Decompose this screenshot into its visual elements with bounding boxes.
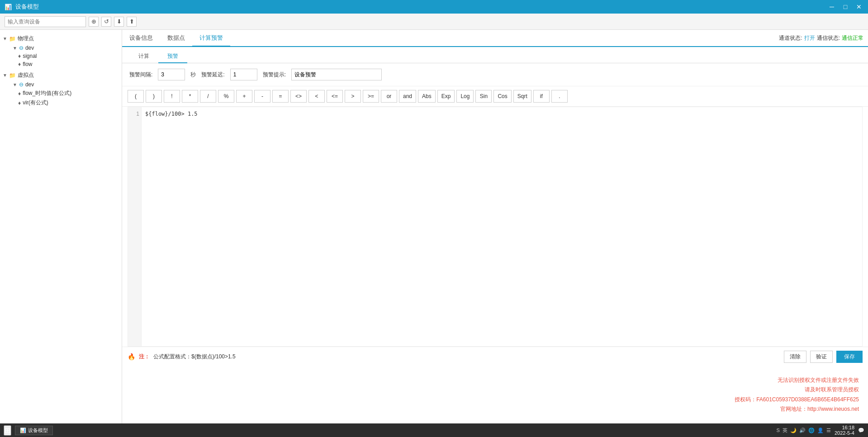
virtual-dev-item[interactable]: ▼ ⊖ dev (0, 80, 122, 89)
op-less[interactable]: < (308, 90, 325, 103)
license-line1: 无法识别授权文件或注册文件失效 (131, 376, 859, 385)
op-plus[interactable]: + (236, 90, 252, 103)
export-button[interactable]: ⬆ (127, 17, 137, 27)
vir-item[interactable]: ♦ vir(有公式) (0, 98, 122, 108)
tray-icon-3: 🌙 (790, 428, 797, 433)
physical-dev-collapse-icon: ▼ (13, 46, 17, 51)
vir-icon: ♦ (18, 100, 21, 106)
taskbar-left: ⊞ 📊 设备模型 (4, 425, 53, 436)
search-input[interactable] (5, 16, 86, 27)
signal-item[interactable]: ♦ signal (0, 52, 122, 60)
op-if[interactable]: if (533, 90, 550, 103)
sys-tray: S 英 🌙 🔊 🌐 👤 ☰ (777, 427, 831, 434)
op-exp[interactable]: Exp (437, 90, 455, 103)
taskbar-app-icon: 📊 (20, 428, 26, 433)
note-icon: 🔥 (128, 353, 135, 360)
editor-textarea[interactable]: ${flow}/100> 1.5 (142, 107, 862, 346)
interval-input[interactable] (158, 69, 185, 80)
op-not[interactable]: ! (164, 90, 180, 103)
taskbar-right: S 英 🌙 🔊 🌐 👤 ☰ 16:18 2022-5-4 💬 (777, 425, 864, 436)
tab-calc-alarm[interactable]: 计算预警 (192, 30, 230, 47)
import-button[interactable]: ⬇ (114, 17, 124, 27)
flow-avg-icon: ♦ (18, 90, 21, 97)
tray-icon-7: ☰ (826, 428, 831, 433)
minimize-button[interactable]: ─ (827, 2, 836, 11)
op-cos[interactable]: Cos (493, 90, 511, 103)
tray-icon-2: 英 (783, 427, 787, 434)
interval-unit: 秒 (190, 71, 196, 79)
add-button[interactable]: ⊕ (89, 17, 99, 27)
toolbar: ⊕ ↺ ⬇ ⬆ (0, 14, 868, 30)
note-label: 注： (139, 353, 150, 361)
op-abs[interactable]: Abs (418, 90, 436, 103)
physical-collapse-icon: ▼ (3, 36, 7, 41)
physical-label: 物理点 (18, 35, 34, 42)
date-text: 2022-5-4 (835, 430, 854, 436)
op-dot[interactable]: . (551, 90, 568, 103)
op-close-paren[interactable]: ) (146, 90, 162, 103)
refresh-button[interactable]: ↺ (101, 17, 111, 27)
maximize-button[interactable]: □ (841, 2, 850, 11)
op-log[interactable]: Log (456, 90, 474, 103)
sidebar: ▼ 📁 物理点 ▼ ⊖ dev ♦ signal ♦ flow ▼ 📁 虚拟点 … (0, 30, 122, 423)
channel-status: 通道状态: 打开 通信状态: 通信正常 (779, 34, 868, 42)
op-multiply[interactable]: * (182, 90, 198, 103)
physical-dev-label: dev (25, 45, 34, 51)
op-divide[interactable]: / (200, 90, 216, 103)
signal-point-icon: ♦ (18, 53, 21, 59)
notification-icon[interactable]: 💬 (858, 428, 864, 433)
virtual-dev-label: dev (25, 81, 34, 88)
op-greater-equal[interactable]: >= (363, 90, 379, 103)
sub-tab-alarm[interactable]: 预警 (158, 50, 187, 63)
channel-open-label: 打开 (804, 34, 815, 42)
flow-label: flow (23, 61, 32, 67)
tray-icon-4: 🔊 (799, 428, 806, 433)
time-display: 16:18 2022-5-4 (835, 425, 854, 436)
verify-button[interactable]: 验证 (810, 351, 833, 363)
tab-device-info[interactable]: 设备信息 (122, 30, 160, 47)
license-line4: 官网地址：http://www.ineuos.net (131, 404, 859, 414)
op-greater[interactable]: > (345, 90, 361, 103)
op-and[interactable]: and (399, 90, 416, 103)
taskbar-app-item[interactable]: 📊 设备模型 (15, 426, 53, 435)
main-layout: ▼ 📁 物理点 ▼ ⊖ dev ♦ signal ♦ flow ▼ 📁 虚拟点 … (0, 30, 868, 423)
op-less-equal[interactable]: <= (327, 90, 343, 103)
windows-taskbar: ⊞ 📊 设备模型 S 英 🌙 🔊 🌐 👤 ☰ 16:18 2022-5-4 💬 (0, 423, 868, 437)
op-sqrt[interactable]: Sqrt (513, 90, 531, 103)
virtual-dev-collapse-icon: ▼ (13, 82, 17, 87)
virtual-section-header[interactable]: ▼ 📁 虚拟点 (0, 70, 122, 80)
footer-note: 🔥 注： 公式配置格式：$(数据点)/100>1.5 清除 验证 保存 (122, 347, 868, 367)
op-open-paren[interactable]: ( (128, 90, 144, 103)
start-button[interactable]: ⊞ (4, 425, 11, 436)
physical-section-header[interactable]: ▼ 📁 物理点 (0, 33, 122, 44)
signal-label: signal (23, 53, 37, 59)
physical-dev-item[interactable]: ▼ ⊖ dev (0, 44, 122, 52)
op-modulo[interactable]: % (218, 90, 234, 103)
taskbar-app-name: 设备模型 (28, 427, 48, 434)
flow-avg-item[interactable]: ♦ flow_时均值(有公式) (0, 89, 122, 98)
note-text: 公式配置格式：$(数据点)/100>1.5 (153, 353, 236, 361)
op-sin[interactable]: Sin (475, 90, 492, 103)
tab-data-points[interactable]: 数据点 (160, 30, 192, 47)
save-button[interactable]: 保存 (836, 351, 863, 363)
sub-tab-calc[interactable]: 计算 (129, 50, 158, 63)
license-line2: 请及时联系管理员授权 (131, 385, 859, 395)
flow-item[interactable]: ♦ flow (0, 60, 122, 68)
op-equals[interactable]: = (272, 90, 289, 103)
hint-input[interactable] (291, 69, 382, 80)
interval-label: 预警间隔: (129, 71, 152, 79)
delay-input[interactable] (230, 69, 257, 80)
op-or[interactable]: or (381, 90, 397, 103)
op-not-equal[interactable]: <> (290, 90, 307, 103)
title-bar: 📊 设备模型 ─ □ ✕ (0, 0, 868, 14)
clear-button[interactable]: 清除 (784, 351, 806, 363)
close-button[interactable]: ✕ (854, 2, 863, 11)
delay-label: 预警延迟: (201, 71, 224, 79)
operator-panel: ( ) ! * / % + - = <> < <= > >= or and Ab… (122, 86, 868, 107)
sub-tab-bar: 计算 预警 (122, 47, 868, 63)
license-area: 无法识别授权文件或注册文件失效 请及时联系管理员授权 授权码：FA601C059… (122, 367, 868, 423)
time-text: 16:18 (835, 425, 854, 430)
flow-point-icon: ♦ (18, 61, 21, 67)
op-minus[interactable]: - (254, 90, 270, 103)
main-tab-bar: 设备信息 数据点 计算预警 通道状态: 打开 通信状态: 通信正常 (122, 30, 868, 47)
